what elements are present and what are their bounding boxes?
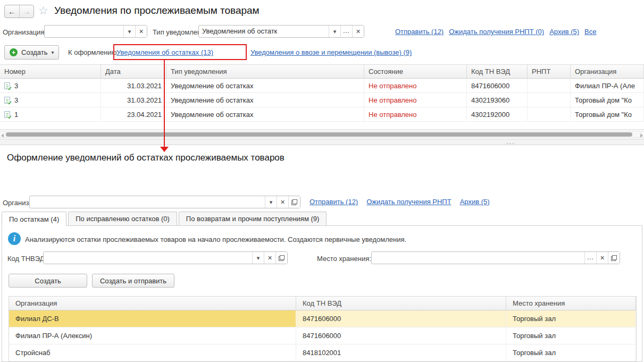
column-header-number[interactable]: Номер (0, 65, 101, 78)
favorite-star-icon[interactable]: ☆ (38, 5, 48, 16)
table-header-row: Номер Дата Тип уведомления Состояние Код… (0, 64, 644, 79)
scroll-right-icon[interactable] (640, 133, 643, 138)
horizontal-scrollbar[interactable] (0, 131, 644, 138)
table-row[interactable]: 1 23.04.2021 Уведомление об остатках Не … (0, 107, 644, 122)
create-button-label: Создать (21, 48, 47, 56)
cell-number: 1 (14, 111, 18, 119)
forward-button[interactable]: → (19, 5, 34, 18)
table-row-selected[interactable]: Филиал ДС-В 8471606000 Торговый зал (9, 310, 636, 327)
link-balance-notifications[interactable]: Уведомления об остатках (13) (116, 48, 213, 56)
cell-code: 8418102001 (296, 344, 506, 361)
cell-number: 3 (14, 96, 18, 104)
scroll-left-icon[interactable] (1, 133, 4, 138)
open-button[interactable] (608, 252, 620, 264)
code-filter-input[interactable] (44, 252, 252, 264)
link-wait-rnpt[interactable]: Ожидать получения РНПТ (366, 198, 451, 206)
open-button[interactable] (288, 196, 300, 208)
clear-button[interactable]: × (135, 26, 147, 37)
cell-type: Уведомление об остатках (166, 107, 364, 121)
annotation-arrowhead-icon (160, 147, 169, 152)
link-import-notifications[interactable]: Уведомления о ввозе и перемещении (вывоз… (250, 48, 412, 56)
scrollbar-thumb[interactable] (6, 132, 632, 137)
nav-button-group: ← → (4, 5, 34, 18)
tab-by-returns[interactable]: По возвратам и прочим поступлениям (9) (179, 212, 327, 225)
clear-icon: × (356, 27, 360, 36)
cell-org: Филиал ПР-А (Алексин) (9, 327, 296, 344)
column-header-type[interactable]: Тип уведомления (166, 65, 364, 78)
column-header-storage[interactable]: Место хранения (506, 297, 636, 310)
cell-date: 23.04.2021 (101, 107, 166, 121)
cell-type: Уведомление об остатках (166, 79, 364, 92)
create-and-send-button[interactable]: Создать и отправить (92, 274, 174, 288)
window-splitter[interactable]: ... (0, 139, 644, 145)
back-button[interactable]: ← (5, 5, 19, 18)
org-filter-label: Организация: (3, 28, 46, 36)
link-wait-rnpt[interactable]: Ожидать получения РНПТ (0) (449, 28, 544, 36)
clear-button[interactable]: × (596, 252, 608, 264)
tab-panel: i Анализируются остатки прослеживаемых т… (2, 225, 642, 362)
type-filter-value[interactable]: Уведомления об остатк (199, 26, 329, 37)
info-message: Анализируются остатки прослеживаемых тов… (25, 235, 406, 243)
org-filter-input[interactable] (45, 26, 123, 37)
cell-code: 4302193060 (467, 93, 528, 107)
cell-code: 4302192000 (467, 107, 528, 121)
org-filter-combo: ▾ × (44, 25, 147, 38)
clear-button[interactable]: × (352, 26, 364, 37)
cell-org: Торговый дом "Ко (571, 93, 644, 107)
create-button[interactable]: Создать (9, 274, 87, 288)
table-row[interactable]: Стройснаб 8418102001 Торговый зал (9, 344, 636, 361)
choose-button[interactable]: … (584, 252, 596, 264)
chevron-down-icon: ▾ (270, 199, 273, 206)
column-header-org[interactable]: Организация (571, 65, 644, 78)
cell-type: Уведомление об остатках (166, 93, 364, 107)
link-send[interactable]: Отправить (12) (310, 198, 358, 206)
back-arrow-icon: ← (8, 7, 16, 16)
chevron-down-icon: ▾ (51, 49, 54, 55)
open-icon (279, 255, 285, 261)
column-header-rnpt[interactable]: РНПТ (528, 65, 571, 78)
storage-filter-combo: … × (371, 251, 620, 264)
column-header-date[interactable]: Дата (101, 65, 166, 78)
table-row[interactable]: 3 31.03.2021 Уведомление об остатках Не … (0, 93, 644, 107)
cell-org: Филиал ПР-А (Але (571, 79, 644, 92)
create-button[interactable]: + Создать ▾ (4, 45, 59, 60)
column-header-code[interactable]: Код ТН ВЭД (467, 65, 528, 78)
open-button[interactable] (275, 252, 287, 264)
cell-code: 8471606000 (467, 79, 528, 92)
dropdown-button[interactable]: ▾ (123, 26, 135, 37)
cell-code: 8471606000 (296, 327, 506, 344)
type-filter-combo: Уведомления об остатк ▾ … × (198, 25, 364, 38)
storage-filter-input[interactable] (372, 252, 584, 264)
storage-filter-label: Место хранения: (317, 255, 371, 263)
dropdown-button[interactable]: ▾ (252, 252, 264, 264)
link-archive[interactable]: Архив (5) (460, 198, 490, 206)
cell-state: Не отправлено (364, 107, 467, 121)
cell-storage: Торговый зал (506, 327, 636, 344)
table-row[interactable]: Филиал ПР-А (Алексин) 8471606000 Торговы… (9, 327, 636, 344)
table-row[interactable]: 3 31.03.2021 Уведомление об остатках Не … (0, 79, 644, 93)
cell-rnpt (528, 93, 571, 107)
link-all[interactable]: Все (584, 28, 596, 36)
choose-button[interactable]: … (340, 26, 352, 37)
cell-org: Филиал ДС-В (9, 310, 296, 327)
org-filter-input[interactable] (30, 196, 265, 208)
document-check-icon (4, 82, 10, 89)
tab-by-balances[interactable]: По остаткам (4) (2, 212, 66, 226)
dropdown-button[interactable]: ▾ (265, 196, 277, 208)
column-header-code[interactable]: Код ТН ВЭД (296, 297, 506, 310)
link-send[interactable]: Отправить (12) (395, 28, 444, 36)
column-header-org[interactable]: Организация (9, 297, 296, 310)
cell-storage: Торговый зал (506, 310, 636, 327)
splitter-grip-icon: ... (506, 138, 515, 146)
to-register-label: К оформлению: (68, 48, 119, 56)
column-header-state[interactable]: Состояние (364, 65, 467, 78)
open-icon (291, 199, 297, 205)
cell-rnpt (528, 107, 571, 121)
plus-icon: + (10, 48, 18, 56)
link-archive[interactable]: Архив (5) (549, 28, 579, 36)
top-filter-links: Отправить (12) Ожидать получения РНПТ (0… (395, 28, 597, 36)
clear-button[interactable]: × (277, 196, 288, 208)
clear-button[interactable]: × (264, 252, 275, 264)
tab-by-corrections[interactable]: По исправлению остатков (0) (68, 212, 177, 225)
dropdown-button[interactable]: ▾ (329, 26, 340, 37)
